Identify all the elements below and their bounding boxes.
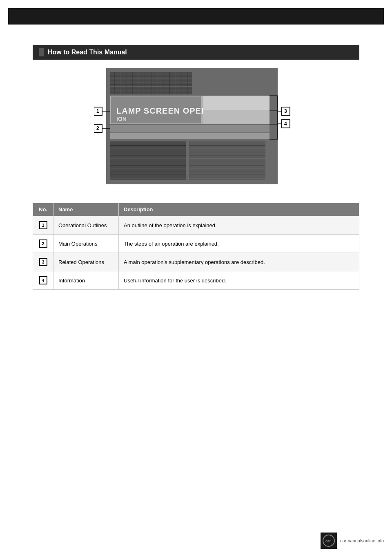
diagram-inner: LAMP SCREEN OPERA ION	[94, 68, 314, 195]
main-content: How to Read This Manual	[8, 33, 384, 302]
section-title-text: How to Read This Manual	[48, 49, 127, 56]
badge-4: 4	[39, 276, 47, 284]
row-2-name: Main Operations	[53, 235, 119, 253]
svg-rect-31	[110, 125, 270, 132]
footer-watermark-text: carmanualsonline.info	[340, 538, 384, 543]
svg-text:4: 4	[284, 121, 287, 127]
svg-text:1: 1	[96, 108, 99, 114]
row-3-no: 3	[33, 253, 53, 271]
diagram-container: LAMP SCREEN OPERA ION	[78, 68, 314, 195]
diagram-svg: LAMP SCREEN OPERA ION	[94, 68, 323, 195]
row-3-name: Related Operations	[53, 253, 119, 271]
svg-text:3: 3	[284, 108, 287, 114]
svg-text:ION: ION	[116, 116, 127, 122]
row-1-no: 1	[33, 216, 53, 235]
page-container: How to Read This Manual	[0, 0, 392, 555]
svg-text:2: 2	[96, 125, 99, 131]
table-row: 2 Main Operations The steps of an operat…	[33, 235, 359, 253]
svg-rect-29	[203, 96, 270, 110]
table-header-name: Name	[53, 203, 119, 216]
row-4-name: Information	[53, 271, 119, 290]
info-table: No. Name Description 1 Operational Outli…	[33, 203, 359, 290]
badge-3: 3	[39, 258, 47, 266]
svg-rect-33	[110, 141, 186, 180]
row-1-name: Operational Outlines	[53, 216, 119, 235]
table-row: 1 Operational Outlines An outline of the…	[33, 216, 359, 235]
svg-rect-32	[110, 133, 270, 139]
row-4-no: 4	[33, 271, 53, 290]
table-row: 4 Information Useful information for the…	[33, 271, 359, 290]
svg-rect-45	[189, 141, 265, 180]
row-3-desc: A main operation's supplementary operati…	[119, 253, 359, 271]
top-header-bar	[8, 8, 384, 25]
section-title-bar: How to Read This Manual	[33, 45, 359, 60]
table-header-no: No.	[33, 203, 53, 216]
svg-text:car: car	[325, 539, 331, 543]
row-4-desc: Useful information for the user is descr…	[119, 271, 359, 290]
table-header-description: Description	[119, 203, 359, 216]
row-1-desc: An outline of the operation is explained…	[119, 216, 359, 235]
svg-rect-30	[203, 110, 270, 124]
row-2-desc: The steps of an operation are explained.	[119, 235, 359, 253]
row-2-no: 2	[33, 235, 53, 253]
badge-1: 1	[39, 221, 47, 229]
footer-logo: car	[321, 533, 337, 549]
table-row: 3 Related Operations A main operation's …	[33, 253, 359, 271]
svg-text:LAMP SCREEN OPERA: LAMP SCREEN OPERA	[116, 106, 214, 115]
page-footer: car carmanualsonline.info	[321, 533, 384, 549]
badge-2: 2	[39, 239, 47, 248]
